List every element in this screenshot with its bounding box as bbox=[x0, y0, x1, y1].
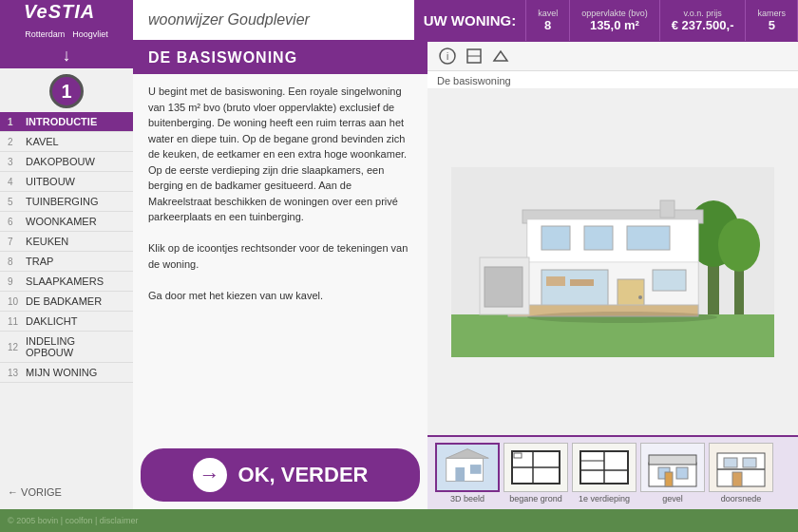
sidebar-item-introductie[interactable]: 1 INTRODUCTIE bbox=[0, 112, 133, 132]
nav-num: 5 bbox=[8, 197, 23, 207]
nav-list: 1 INTRODUCTIE2 KAVEL3 DAKOPBOUW4 UITBOUW… bbox=[0, 112, 133, 383]
content-paragraph: U begint met de basiswoning. Een royale … bbox=[148, 84, 412, 225]
svg-rect-53 bbox=[724, 458, 737, 467]
svg-rect-16 bbox=[627, 226, 670, 250]
house-image-area bbox=[428, 89, 798, 435]
sidebar-item-keuken[interactable]: 7 KEUKEN bbox=[0, 232, 133, 252]
nav-down-arrow[interactable]: ↓ bbox=[0, 42, 133, 68]
sidebar-item-tuinberging[interactable]: 5 TUINBERGING bbox=[0, 192, 133, 212]
sidebar-item-uitbouw[interactable]: 4 UITBOUW bbox=[0, 172, 133, 192]
floor-plan-icon[interactable] bbox=[464, 46, 484, 66]
nav-num: 10 bbox=[8, 296, 23, 307]
sidebar-item-trap[interactable]: 8 TRAP bbox=[0, 252, 133, 272]
nav-label: TUINBERGING bbox=[26, 196, 98, 207]
content-paragraph-2: Klik op de icoontjes rechtsonder voor de… bbox=[148, 240, 412, 272]
nav-label: DE BADKAMER bbox=[26, 295, 102, 307]
svg-rect-54 bbox=[743, 458, 756, 467]
svg-rect-21 bbox=[653, 270, 686, 291]
svg-point-28 bbox=[527, 312, 717, 323]
svg-rect-15 bbox=[584, 226, 613, 250]
house-illustration bbox=[451, 167, 774, 357]
thumbnail-1e-verdieping[interactable]: 1e verdieping bbox=[572, 443, 636, 504]
sidebar-bottom: ← VORIGE bbox=[0, 475, 133, 509]
sidebar-item-indeling-opbouw[interactable]: 12 INDELING OPBOUW bbox=[0, 332, 133, 363]
svg-rect-33 bbox=[470, 465, 482, 474]
thumb-label-2: 1e verdieping bbox=[579, 494, 630, 504]
nav-label: UITBOUW bbox=[26, 176, 75, 187]
svg-point-20 bbox=[638, 295, 642, 299]
prijs-block: v.o.n. prijs € 237.500,- bbox=[660, 0, 747, 41]
nav-label: DAKOPBOUW bbox=[26, 156, 95, 167]
content-body: U begint met de basiswoning. Een royale … bbox=[133, 74, 428, 443]
thumb-label-3: gevel bbox=[662, 494, 683, 504]
center-content: DE BASISWONING U begint met de basiswoni… bbox=[133, 42, 428, 509]
right-panel: i De basiswoning bbox=[428, 42, 798, 509]
sidebar: ↓ 1 1 INTRODUCTIE2 KAVEL3 DAKOPBOUW4 UIT… bbox=[0, 42, 133, 509]
panel-icons: i bbox=[428, 42, 798, 71]
thumbnail-doorsnede[interactable]: doorsnede bbox=[709, 443, 773, 504]
svg-text:i: i bbox=[446, 51, 448, 62]
svg-rect-18 bbox=[542, 270, 608, 306]
svg-rect-24 bbox=[484, 267, 522, 307]
thumb-image-1 bbox=[504, 443, 568, 492]
exterior-icon[interactable] bbox=[490, 46, 511, 66]
nav-label: INTRODUCTIE bbox=[26, 116, 97, 127]
sidebar-item-daklicht[interactable]: 11 DAKLICHT bbox=[0, 312, 133, 332]
svg-rect-26 bbox=[546, 276, 565, 286]
svg-text:VeSTIA: VeSTIA bbox=[24, 1, 95, 22]
thumb-image-4 bbox=[709, 443, 773, 492]
nav-num: 9 bbox=[8, 276, 23, 287]
sidebar-item-slaapkamers[interactable]: 9 SLAAPKAMERS bbox=[0, 272, 133, 292]
ok-verder-button[interactable]: → OK, VERDER bbox=[141, 448, 420, 502]
sidebar-item-kavel[interactable]: 2 KAVEL bbox=[0, 132, 133, 152]
logo-area: VeSTIA Rotterdam Hoogvliet bbox=[0, 0, 133, 41]
svg-rect-27 bbox=[570, 279, 594, 286]
nav-label: INDELING OPBOUW bbox=[26, 335, 125, 358]
nav-label: TRAP bbox=[26, 256, 53, 267]
svg-rect-32 bbox=[455, 467, 465, 482]
thumbnail-3d-beeld[interactable]: 3D beeld bbox=[435, 443, 500, 504]
sidebar-item-de-badkamer[interactable]: 10 DE BADKAMER bbox=[0, 292, 133, 312]
nav-label: WOONKAMER bbox=[26, 216, 97, 227]
header: VeSTIA Rotterdam Hoogvliet woonwijzer Go… bbox=[0, 0, 798, 42]
nav-num: 3 bbox=[8, 157, 23, 167]
nav-label: SLAAPKAMERS bbox=[26, 276, 104, 287]
thumb-label-1: begane grond bbox=[509, 494, 562, 504]
oppervlakte-block: oppervlakte (bvo) 135,0 m² bbox=[570, 0, 660, 41]
footer: © 2005 bovin | coolfon | disclaimer bbox=[0, 509, 798, 532]
content-title: DE BASISWONING bbox=[133, 42, 428, 74]
step-circle: 1 bbox=[49, 74, 84, 108]
nav-label: KEUKEN bbox=[26, 236, 68, 247]
nav-num: 13 bbox=[8, 368, 23, 378]
logo-text: VeSTIA bbox=[24, 1, 109, 28]
sidebar-item-woonkamer[interactable]: 6 WOONKAMER bbox=[0, 212, 133, 232]
svg-rect-25 bbox=[660, 200, 674, 218]
main-layout: ↓ 1 1 INTRODUCTIE2 KAVEL3 DAKOPBOUW4 UIT… bbox=[0, 42, 798, 509]
uw-woning-label: UW WONING: bbox=[414, 0, 526, 41]
svg-rect-55 bbox=[732, 472, 742, 486]
content-paragraph-3: Ga door met het kiezen van uw kavel. bbox=[148, 288, 412, 304]
info-icon[interactable]: i bbox=[437, 46, 458, 66]
thumb-image-2 bbox=[572, 443, 636, 492]
nav-label: MIJN WONING bbox=[26, 367, 97, 378]
sidebar-item-mijn-woning[interactable]: 13 MIJN WONING bbox=[0, 363, 133, 383]
thumbnail-begane-grond[interactable]: begane grond bbox=[504, 443, 568, 504]
thumb-label-0: 3D beeld bbox=[450, 494, 484, 504]
nav-label: DAKLICHT bbox=[26, 315, 77, 327]
sidebar-item-dakopbouw[interactable]: 3 DAKOPBOUW bbox=[0, 152, 133, 172]
thumbnail-gevel[interactable]: gevel bbox=[640, 443, 705, 504]
uw-woning-header: UW WONING: kavel 8 oppervlakte (bvo) 135… bbox=[414, 0, 798, 41]
panel-label: De basiswoning bbox=[428, 71, 798, 89]
kavel-block: kavel 8 bbox=[526, 0, 570, 41]
logo-subtitle: Rotterdam Hoogvliet bbox=[25, 29, 108, 39]
thumb-image-0 bbox=[435, 443, 500, 492]
ok-verder-arrow-icon: → bbox=[193, 458, 227, 492]
svg-rect-14 bbox=[542, 226, 570, 250]
nav-num: 7 bbox=[8, 237, 23, 247]
nav-num: 6 bbox=[8, 217, 23, 227]
thumbnail-strip: 3D beeldbegane grond1e verdiepinggeveldo… bbox=[428, 435, 798, 509]
svg-rect-46 bbox=[649, 455, 696, 465]
nav-num: 11 bbox=[8, 316, 23, 327]
nav-num: 12 bbox=[8, 342, 23, 352]
vorige-button[interactable]: ← VORIGE bbox=[8, 483, 125, 502]
